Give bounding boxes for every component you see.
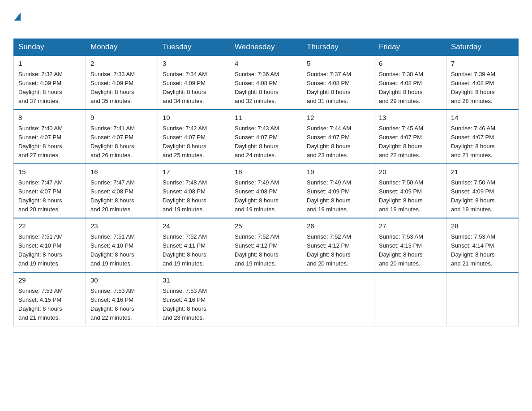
day-info: Sunrise: 7:37 AMSunset: 4:08 PMDaylight:… <box>307 71 351 104</box>
logo <box>13 9 21 34</box>
day-cell: 27Sunrise: 7:53 AMSunset: 4:13 PMDayligh… <box>374 218 446 272</box>
day-cell: 24Sunrise: 7:52 AMSunset: 4:11 PMDayligh… <box>158 218 230 272</box>
day-cell: 14Sunrise: 7:46 AMSunset: 4:07 PMDayligh… <box>446 110 519 164</box>
day-cell: 5Sunrise: 7:37 AMSunset: 4:08 PMDaylight… <box>302 56 374 110</box>
day-info: Sunrise: 7:32 AMSunset: 4:09 PMDaylight:… <box>18 71 63 104</box>
day-number: 17 <box>163 167 225 177</box>
day-info: Sunrise: 7:51 AMSunset: 4:10 PMDaylight:… <box>90 233 135 267</box>
day-number: 20 <box>379 167 442 177</box>
day-number: 19 <box>307 167 369 177</box>
day-cell: 20Sunrise: 7:50 AMSunset: 4:09 PMDayligh… <box>374 164 446 218</box>
day-cell <box>446 272 519 326</box>
day-info: Sunrise: 7:52 AMSunset: 4:12 PMDaylight:… <box>235 233 279 267</box>
day-info: Sunrise: 7:36 AMSunset: 4:08 PMDaylight:… <box>235 71 279 104</box>
day-number: 5 <box>307 59 369 69</box>
column-header-friday: Friday <box>374 39 446 56</box>
day-number: 25 <box>235 221 297 231</box>
day-number: 22 <box>18 221 81 231</box>
day-cell: 31Sunrise: 7:53 AMSunset: 4:16 PMDayligh… <box>158 272 230 326</box>
day-number: 9 <box>90 113 153 123</box>
day-number: 12 <box>307 113 369 123</box>
day-number: 18 <box>235 167 297 177</box>
week-row-2: 8Sunrise: 7:40 AMSunset: 4:07 PMDaylight… <box>14 110 519 164</box>
day-cell: 13Sunrise: 7:45 AMSunset: 4:07 PMDayligh… <box>374 110 446 164</box>
day-number: 14 <box>451 113 514 123</box>
day-info: Sunrise: 7:41 AMSunset: 4:07 PMDaylight:… <box>90 125 135 158</box>
day-info: Sunrise: 7:38 AMSunset: 4:08 PMDaylight:… <box>379 71 423 104</box>
day-cell: 9Sunrise: 7:41 AMSunset: 4:07 PMDaylight… <box>86 110 158 164</box>
day-number: 8 <box>18 113 81 123</box>
day-number: 1 <box>18 59 81 69</box>
day-number: 15 <box>18 167 81 177</box>
day-info: Sunrise: 7:49 AMSunset: 4:09 PMDaylight:… <box>307 179 351 213</box>
day-info: Sunrise: 7:44 AMSunset: 4:07 PMDaylight:… <box>307 125 351 158</box>
day-number: 13 <box>379 113 442 123</box>
day-info: Sunrise: 7:45 AMSunset: 4:07 PMDaylight:… <box>379 125 423 158</box>
day-number: 4 <box>235 59 297 69</box>
week-row-4: 22Sunrise: 7:51 AMSunset: 4:10 PMDayligh… <box>14 218 519 272</box>
column-header-saturday: Saturday <box>446 39 519 56</box>
day-number: 2 <box>90 59 153 69</box>
day-number: 3 <box>163 59 225 69</box>
day-number: 28 <box>451 221 514 231</box>
day-cell <box>302 272 374 326</box>
day-info: Sunrise: 7:42 AMSunset: 4:07 PMDaylight:… <box>163 125 207 158</box>
day-number: 26 <box>307 221 369 231</box>
calendar-table: SundayMondayTuesdayWednesdayThursdayFrid… <box>13 39 519 326</box>
day-cell: 1Sunrise: 7:32 AMSunset: 4:09 PMDaylight… <box>14 56 86 110</box>
day-info: Sunrise: 7:48 AMSunset: 4:08 PMDaylight:… <box>163 179 207 213</box>
day-cell: 10Sunrise: 7:42 AMSunset: 4:07 PMDayligh… <box>158 110 230 164</box>
day-info: Sunrise: 7:50 AMSunset: 4:09 PMDaylight:… <box>379 179 423 213</box>
day-number: 23 <box>90 221 153 231</box>
day-cell: 8Sunrise: 7:40 AMSunset: 4:07 PMDaylight… <box>14 110 86 164</box>
day-info: Sunrise: 7:53 AMSunset: 4:13 PMDaylight:… <box>379 233 423 267</box>
day-cell: 16Sunrise: 7:47 AMSunset: 4:08 PMDayligh… <box>86 164 158 218</box>
page-header <box>13 9 519 34</box>
day-info: Sunrise: 7:53 AMSunset: 4:15 PMDaylight:… <box>18 287 63 321</box>
day-cell: 11Sunrise: 7:43 AMSunset: 4:07 PMDayligh… <box>230 110 302 164</box>
day-cell: 7Sunrise: 7:39 AMSunset: 4:08 PMDaylight… <box>446 56 519 110</box>
day-number: 6 <box>379 59 442 69</box>
logo-triangle-icon <box>14 13 21 21</box>
day-cell: 26Sunrise: 7:52 AMSunset: 4:12 PMDayligh… <box>302 218 374 272</box>
day-cell: 3Sunrise: 7:34 AMSunset: 4:09 PMDaylight… <box>158 56 230 110</box>
day-info: Sunrise: 7:50 AMSunset: 4:09 PMDaylight:… <box>451 179 495 213</box>
week-row-1: 1Sunrise: 7:32 AMSunset: 4:09 PMDaylight… <box>14 56 519 110</box>
week-row-3: 15Sunrise: 7:47 AMSunset: 4:07 PMDayligh… <box>14 164 519 218</box>
day-cell: 23Sunrise: 7:51 AMSunset: 4:10 PMDayligh… <box>86 218 158 272</box>
day-info: Sunrise: 7:43 AMSunset: 4:07 PMDaylight:… <box>235 125 279 158</box>
day-cell: 19Sunrise: 7:49 AMSunset: 4:09 PMDayligh… <box>302 164 374 218</box>
day-info: Sunrise: 7:40 AMSunset: 4:07 PMDaylight:… <box>18 125 63 158</box>
day-info: Sunrise: 7:53 AMSunset: 4:16 PMDaylight:… <box>90 287 135 321</box>
calendar-header-row: SundayMondayTuesdayWednesdayThursdayFrid… <box>14 39 519 56</box>
day-number: 29 <box>18 275 81 286</box>
day-number: 10 <box>163 113 225 123</box>
day-info: Sunrise: 7:52 AMSunset: 4:12 PMDaylight:… <box>307 233 351 267</box>
day-cell: 28Sunrise: 7:53 AMSunset: 4:14 PMDayligh… <box>446 218 519 272</box>
day-info: Sunrise: 7:33 AMSunset: 4:09 PMDaylight:… <box>90 71 135 104</box>
day-cell: 22Sunrise: 7:51 AMSunset: 4:10 PMDayligh… <box>14 218 86 272</box>
day-cell <box>374 272 446 326</box>
day-number: 24 <box>163 221 225 231</box>
day-cell: 15Sunrise: 7:47 AMSunset: 4:07 PMDayligh… <box>14 164 86 218</box>
day-cell: 25Sunrise: 7:52 AMSunset: 4:12 PMDayligh… <box>230 218 302 272</box>
day-info: Sunrise: 7:53 AMSunset: 4:14 PMDaylight:… <box>451 233 495 267</box>
day-info: Sunrise: 7:34 AMSunset: 4:09 PMDaylight:… <box>163 71 207 104</box>
day-number: 30 <box>90 275 153 286</box>
day-info: Sunrise: 7:47 AMSunset: 4:07 PMDaylight:… <box>18 179 63 213</box>
day-number: 21 <box>451 167 514 177</box>
day-info: Sunrise: 7:47 AMSunset: 4:08 PMDaylight:… <box>90 179 135 213</box>
column-header-tuesday: Tuesday <box>158 39 230 56</box>
day-number: 31 <box>163 275 225 286</box>
day-info: Sunrise: 7:52 AMSunset: 4:11 PMDaylight:… <box>163 233 207 267</box>
column-header-sunday: Sunday <box>14 39 86 56</box>
column-header-thursday: Thursday <box>302 39 374 56</box>
day-cell <box>230 272 302 326</box>
day-info: Sunrise: 7:46 AMSunset: 4:07 PMDaylight:… <box>451 125 495 158</box>
day-info: Sunrise: 7:49 AMSunset: 4:08 PMDaylight:… <box>235 179 279 213</box>
day-cell: 29Sunrise: 7:53 AMSunset: 4:15 PMDayligh… <box>14 272 86 326</box>
day-cell: 2Sunrise: 7:33 AMSunset: 4:09 PMDaylight… <box>86 56 158 110</box>
day-info: Sunrise: 7:51 AMSunset: 4:10 PMDaylight:… <box>18 233 63 267</box>
day-cell: 17Sunrise: 7:48 AMSunset: 4:08 PMDayligh… <box>158 164 230 218</box>
day-cell: 21Sunrise: 7:50 AMSunset: 4:09 PMDayligh… <box>446 164 519 218</box>
